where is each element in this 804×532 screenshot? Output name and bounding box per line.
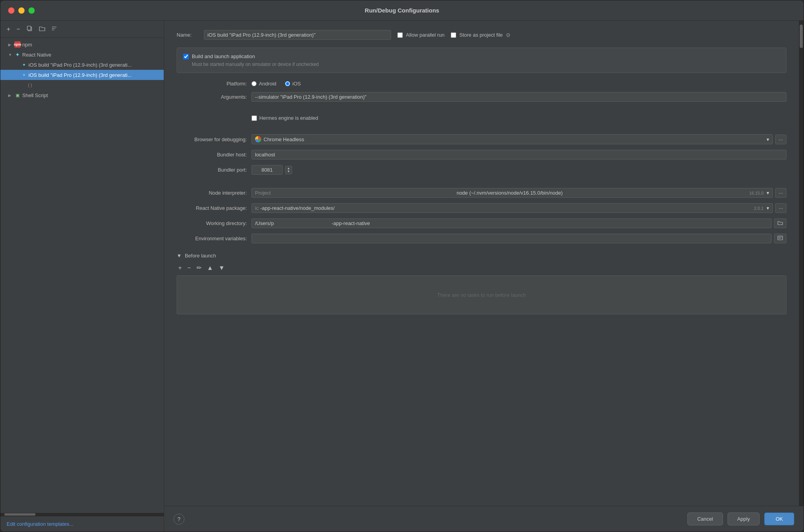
- copy-config-button[interactable]: [25, 25, 34, 34]
- platform-android-option[interactable]: Android: [251, 81, 276, 87]
- arguments-label: Arguments:: [177, 94, 247, 100]
- build-subtitle: Must be started manually on simulator or…: [183, 62, 780, 67]
- hermes-field: Hermes engine is enabled: [251, 115, 786, 121]
- allow-parallel-checkbox[interactable]: [397, 32, 403, 38]
- maximize-button[interactable]: [28, 7, 35, 14]
- bundler-host-input[interactable]: [251, 150, 786, 160]
- node-version-badge: 16.15.0: [747, 190, 765, 196]
- svg-rect-1: [27, 26, 31, 30]
- hermes-row: Hermes engine is enabled: [177, 115, 786, 121]
- left-panel: + − ▶ npm npm: [0, 21, 164, 532]
- react-icon: ✦: [14, 51, 21, 58]
- spacer2: [177, 126, 786, 129]
- shell-icon: ▣: [14, 92, 21, 98]
- ios-radio[interactable]: [285, 81, 290, 86]
- ios-build-1-label: iOS build "iPad Pro (12.9-inch) (3rd gen…: [28, 62, 132, 68]
- package-version-badge: 2.0.1: [753, 206, 765, 211]
- bundler-host-field: [251, 150, 786, 160]
- close-button[interactable]: [8, 7, 14, 14]
- node-interpreter-row: Node interpreter: Project node (~/.nvm/v…: [177, 188, 786, 198]
- scrollbar-thumb: [4, 513, 35, 516]
- tree-item-shell-script[interactable]: ▶ ▣ Shell Script: [0, 90, 164, 100]
- launch-up-button[interactable]: ▲: [205, 263, 215, 272]
- launch-edit-button[interactable]: ✏: [195, 263, 203, 272]
- left-toolbar: + −: [0, 21, 164, 38]
- ios-build-2-label: iOS build "iPad Pro (12.9-inch) (3rd gen…: [28, 72, 132, 78]
- browser-field: Chrome Headless ▾ ···: [251, 134, 786, 144]
- env-variables-input[interactable]: [251, 234, 772, 243]
- sort-button[interactable]: [50, 25, 58, 34]
- launch-remove-button[interactable]: −: [186, 263, 192, 272]
- env-variables-field: [251, 234, 786, 243]
- npm-icon: npm: [14, 41, 21, 48]
- bundler-port-row: Bundler port: ▲ ▼: [177, 165, 786, 175]
- apply-button[interactable]: Apply: [728, 512, 760, 525]
- arguments-input[interactable]: [251, 92, 786, 102]
- edit-templates-link[interactable]: Edit configuration templates...: [7, 521, 73, 527]
- window-title: Run/Debug Configurations: [365, 7, 439, 14]
- node-interpreter-ellipsis-button[interactable]: ···: [775, 188, 786, 198]
- arguments-row: Arguments:: [177, 92, 786, 102]
- shell-label: Shell Script: [22, 92, 48, 98]
- react-native-package-dropdown[interactable]: ic -app-react-native/node_modules/ 2.0.1…: [251, 203, 773, 213]
- right-scrollbar-thumb: [800, 25, 803, 48]
- add-config-button[interactable]: +: [5, 25, 12, 34]
- working-directory-input[interactable]: [251, 218, 772, 228]
- folder-button[interactable]: [37, 25, 47, 34]
- bundler-port-input[interactable]: [251, 165, 283, 175]
- platform-ios-option[interactable]: iOS: [285, 81, 301, 87]
- tree-item-npm[interactable]: ▶ npm npm: [0, 39, 164, 50]
- browser-row: Browser for debugging: Chrome Headless ▾: [177, 134, 786, 144]
- react-native-arrow: ▼: [8, 53, 13, 57]
- before-launch-section: ▼ Before launch + − ✏ ▲ ▼ There are no t…: [177, 253, 786, 314]
- browser-value: Chrome Headless: [264, 137, 304, 142]
- main-window: Run/Debug Configurations + −: [0, 0, 804, 532]
- npm-arrow: ▶: [8, 43, 13, 47]
- build-section: Build and launch application Must be sta…: [177, 48, 786, 73]
- before-launch-header[interactable]: ▼ Before launch: [177, 253, 786, 259]
- right-panel: Name: Allow parallel run Store as projec…: [164, 21, 804, 532]
- node-interpreter-label: Node interpreter:: [177, 190, 247, 196]
- tree-item-ios-build-1[interactable]: ✦ iOS build "iPad Pro (12.9-inch) (3rd g…: [0, 60, 164, 70]
- right-scrollbar[interactable]: [799, 21, 804, 506]
- build-header: Build and launch application: [183, 53, 780, 59]
- package-prefix: ic: [255, 205, 259, 211]
- launch-add-button[interactable]: +: [177, 263, 183, 272]
- browser-ellipsis-button[interactable]: ···: [775, 135, 786, 144]
- port-spinner[interactable]: ▲ ▼: [285, 166, 292, 174]
- ok-button[interactable]: OK: [764, 512, 794, 525]
- left-footer: Edit configuration templates...: [0, 516, 164, 532]
- title-bar: Run/Debug Configurations: [0, 0, 804, 21]
- android-label: Android: [259, 81, 276, 87]
- dropdown-arrow-icon: ▾: [767, 137, 769, 142]
- hermes-checkbox[interactable]: [251, 115, 257, 121]
- spacer3: [177, 180, 786, 183]
- name-input[interactable]: [204, 30, 391, 40]
- env-variables-edit-button[interactable]: [774, 234, 786, 243]
- store-as-project-checkbox[interactable]: [451, 32, 456, 38]
- npm-label: npm: [22, 42, 32, 48]
- launch-empty-text: There are no tasks to run before launch: [437, 292, 526, 298]
- tree-item-unnamed[interactable]: { }: [0, 80, 164, 90]
- build-launch-checkbox[interactable]: [183, 54, 189, 59]
- tree-scrollbar[interactable]: [0, 513, 164, 516]
- react-native-package-row: React Native package: ic -app-react-nati…: [177, 203, 786, 213]
- unnamed-icon: { }: [27, 82, 33, 88]
- working-directory-browse-button[interactable]: [774, 218, 786, 228]
- help-button[interactable]: ?: [174, 514, 184, 525]
- launch-down-button[interactable]: ▼: [217, 263, 227, 272]
- browser-dropdown[interactable]: Chrome Headless ▾: [251, 134, 773, 144]
- gear-icon[interactable]: ⚙: [506, 32, 511, 38]
- chrome-icon: [255, 136, 261, 142]
- bundler-port-field: ▲ ▼: [251, 165, 786, 175]
- minimize-button[interactable]: [18, 7, 25, 14]
- node-interpreter-prefix: Project: [255, 190, 271, 196]
- tree-item-ios-build-2[interactable]: ✦ iOS build "iPad Pro (12.9-inch) (3rd g…: [0, 70, 164, 80]
- cancel-button[interactable]: Cancel: [687, 512, 723, 525]
- node-interpreter-dropdown[interactable]: Project node (~/.nvm/versions/node/v16.1…: [251, 188, 773, 198]
- android-radio[interactable]: [251, 81, 257, 86]
- react-native-package-ellipsis-button[interactable]: ···: [775, 203, 786, 213]
- working-directory-row: Working directory:: [177, 218, 786, 228]
- tree-item-react-native[interactable]: ▼ ✦ React Native: [0, 50, 164, 60]
- remove-config-button[interactable]: −: [15, 25, 21, 34]
